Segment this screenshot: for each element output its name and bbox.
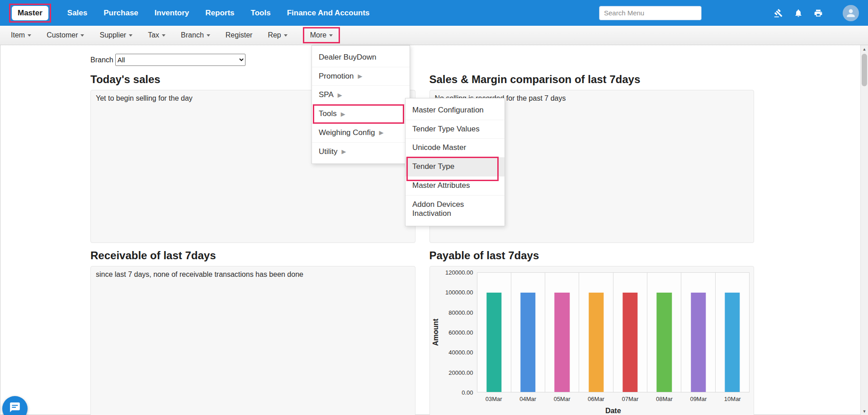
card-title: Receivable of last 7days <box>90 249 415 262</box>
subnav-item-tax[interactable]: Tax <box>148 31 165 39</box>
submenu-item-tender-type-values[interactable]: Tender Type Values <box>406 120 505 139</box>
subnav-item-register[interactable]: Register <box>226 31 253 39</box>
chart-bar-03Mar <box>486 293 501 392</box>
scrollbar-thumb[interactable] <box>862 54 867 86</box>
submenu-item-master-configuration[interactable]: Master Configuration <box>406 101 505 120</box>
menu-item-label: SPA <box>319 90 334 100</box>
printer-icon[interactable] <box>814 9 823 18</box>
topnav-item-inventory[interactable]: Inventory <box>155 9 189 18</box>
chart-x-tick-label: 08Mar <box>647 396 681 404</box>
menu-item-label: Dealer BuyDown <box>319 53 377 62</box>
top-navbar: Master Sales Purchase Inventory Reports … <box>0 0 868 26</box>
topnav-icons <box>774 5 859 21</box>
card-payable: Payable of last 7days Amount 120000.0010… <box>429 243 755 415</box>
chart-column <box>511 273 545 392</box>
chart-bar-04Mar <box>520 293 535 392</box>
chart-y-tick-label: 20000.00 <box>448 369 473 376</box>
chart-bar-09Mar <box>691 293 706 392</box>
bell-icon[interactable] <box>794 9 803 18</box>
subnav-item-label: Customer <box>47 31 78 39</box>
topnav-item-purchase[interactable]: Purchase <box>104 9 138 18</box>
topnav-item-master[interactable]: Master <box>12 6 48 20</box>
branch-label: Branch <box>90 56 113 64</box>
topnav-right-group <box>599 5 859 21</box>
scroll-down-arrow[interactable]: ▼ <box>861 407 868 415</box>
menu-item-tools[interactable]: Tools ▶ <box>312 104 410 123</box>
chart-y-axis-title: Amount <box>430 272 442 392</box>
subnav-item-customer[interactable]: Customer <box>47 31 84 39</box>
chart-x-tick-label: 10Mar <box>716 396 750 404</box>
branch-select[interactable]: All <box>115 54 245 66</box>
menu-item-label: Addon Devices Inactivation <box>412 200 498 219</box>
chevron-down-icon <box>28 34 31 37</box>
chart-bar-07Mar <box>623 293 637 392</box>
chart-y-tick-label: 80000.00 <box>448 309 473 316</box>
tools-submenu: Master Configuration Tender Type Values … <box>405 98 505 226</box>
chevron-right-icon: ▶ <box>379 129 383 136</box>
receivable-panel: since last 7 days, none of receivable tr… <box>90 266 415 415</box>
user-avatar[interactable] <box>843 5 859 21</box>
chart-x-tick-label: 09Mar <box>681 396 715 404</box>
menu-item-promotion[interactable]: Promotion ▶ <box>312 67 410 86</box>
chart-column <box>477 273 511 392</box>
search-input[interactable] <box>599 6 702 20</box>
chat-bubble-icon <box>9 401 21 413</box>
vertical-scrollbar[interactable]: ▲ ▼ <box>860 45 868 415</box>
chevron-down-icon <box>329 34 333 37</box>
annotation-box-more: More <box>303 27 340 43</box>
subnav-item-more[interactable]: More <box>310 31 333 39</box>
subnav-item-label: Tax <box>148 31 159 39</box>
branch-filter-row: Branch All <box>90 54 754 66</box>
chart-y-tick-label: 60000.00 <box>448 329 473 336</box>
menu-item-label: Unicode Master <box>412 143 466 153</box>
topnav-item-finance-and-accounts[interactable]: Finance And Accounts <box>287 9 370 18</box>
subnav-item-label: Item <box>11 31 25 39</box>
chart-x-tick-label: 06Mar <box>579 396 613 404</box>
chart-y-tick-label: 100000.00 <box>445 289 473 296</box>
subnav-item-supplier[interactable]: Supplier <box>99 31 132 39</box>
subnav-item-item[interactable]: Item <box>11 31 31 39</box>
menu-item-label: Tools <box>319 109 337 119</box>
submenu-item-unicode-master[interactable]: Unicode Master <box>406 138 505 157</box>
scroll-up-arrow[interactable]: ▲ <box>861 45 868 53</box>
annotation-box-master: Master <box>9 4 51 23</box>
sub-navbar: Item Customer Supplier Tax Branch Regist… <box>0 26 868 45</box>
card-title: Sales & Margin comparison of last 7days <box>429 73 755 86</box>
card-receivable: Receivable of last 7days since last 7 da… <box>90 243 415 415</box>
chart-y-tick-label: 120000.00 <box>445 269 473 276</box>
chart-column <box>545 273 579 392</box>
chart-plot-area <box>477 272 750 392</box>
chevron-down-icon <box>80 34 84 37</box>
chart-x-axis-title: Date <box>477 404 750 415</box>
chart-x-tick-label: 04Mar <box>511 396 545 404</box>
submenu-item-addon-devices-inactivation[interactable]: Addon Devices Inactivation <box>406 195 505 223</box>
chevron-right-icon: ▶ <box>358 73 362 80</box>
menu-item-dealer-buydown[interactable]: Dealer BuyDown <box>312 48 410 67</box>
menu-item-label: Master Configuration <box>412 106 484 115</box>
topnav-item-sales[interactable]: Sales <box>67 9 87 18</box>
submenu-item-master-attributes[interactable]: Master Attributes <box>406 176 505 195</box>
chart-column <box>716 273 749 392</box>
topnav-item-reports[interactable]: Reports <box>205 9 234 18</box>
menu-item-weighing-config[interactable]: Weighing Config ▶ <box>312 123 410 142</box>
subnav-item-label: Supplier <box>99 31 126 39</box>
chart-bar-08Mar <box>657 293 672 392</box>
chart-bar-05Mar <box>555 293 570 392</box>
menu-item-label: Tender Type <box>412 162 454 172</box>
gavel-icon[interactable] <box>774 9 783 18</box>
chart-column <box>579 273 613 392</box>
payable-panel: Amount 120000.00100000.0080000.0060000.0… <box>429 266 755 415</box>
chart-y-axis-ticks: 120000.00100000.0080000.0060000.0040000.… <box>442 272 477 392</box>
subnav-item-branch[interactable]: Branch <box>181 31 210 39</box>
menu-item-utility[interactable]: Utility ▶ <box>312 142 410 161</box>
chart-x-axis-ticks: 03Mar04Mar05Mar06Mar07Mar08Mar09Mar10Mar <box>477 392 750 404</box>
submenu-item-tender-type[interactable]: Tender Type <box>406 157 505 176</box>
menu-item-spa[interactable]: SPA ▶ <box>312 85 410 104</box>
chevron-right-icon: ▶ <box>342 148 346 155</box>
subnav-item-rep[interactable]: Rep <box>268 31 287 39</box>
chart-y-tick-label: 40000.00 <box>448 349 473 356</box>
topnav-item-tools[interactable]: Tools <box>251 9 271 18</box>
chevron-down-icon <box>162 34 165 37</box>
chart-x-tick-label: 05Mar <box>545 396 579 404</box>
menu-item-label: Tender Type Values <box>412 125 480 134</box>
